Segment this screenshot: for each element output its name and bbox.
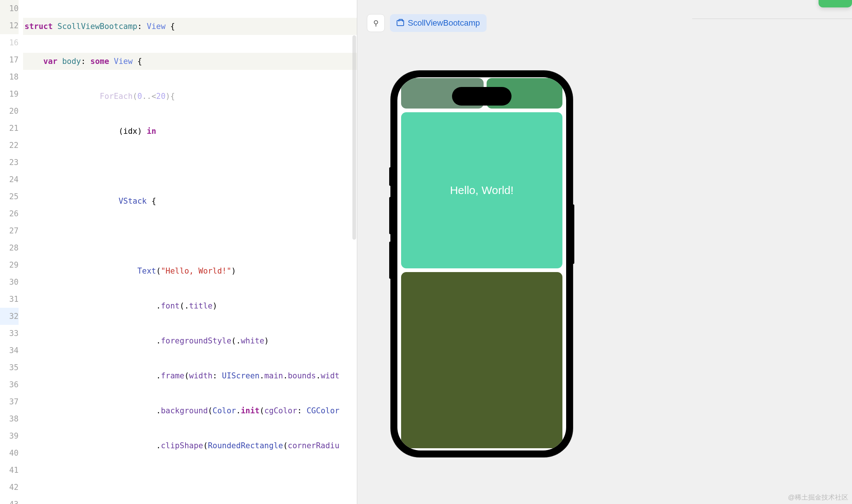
- watermark: @稀土掘金技术社区: [788, 493, 848, 502]
- phone-side-button: [389, 167, 391, 186]
- line-gutter: 10 12 16 17 18 19 20 21 22 23 24 25 26 2…: [0, 0, 23, 504]
- vertical-scrollbar[interactable]: [352, 35, 356, 240]
- app-content[interactable]: Hello, World!: [397, 77, 566, 450]
- device-frame: Hello, World!: [391, 71, 573, 457]
- preview-toolbar: ⚲ ScollViewBootcamp: [357, 0, 852, 35]
- pin-button[interactable]: ⚲: [367, 14, 385, 32]
- phone-volume-down: [389, 242, 391, 279]
- struct-icon: [397, 20, 404, 26]
- code-editor[interactable]: 10 12 16 17 18 19 20 21 22 23 24 25 26 2…: [0, 0, 357, 504]
- preview-selector-chip[interactable]: ScollViewBootcamp: [390, 14, 487, 32]
- hello-world-text: Hello, World!: [450, 184, 513, 197]
- hello-world-card[interactable]: Hello, World!: [401, 112, 562, 268]
- device-screen[interactable]: Hello, World!: [397, 77, 566, 450]
- dark-rectangle-card[interactable]: [401, 272, 562, 448]
- pin-icon: ⚲: [373, 19, 379, 28]
- phone-power-button: [572, 204, 574, 264]
- preview-canvas[interactable]: ⚲ ScollViewBootcamp Hello, World!: [357, 0, 852, 504]
- preview-chip-label: ScollViewBootcamp: [408, 18, 480, 28]
- phone-volume-up: [389, 197, 391, 234]
- dynamic-island: [452, 87, 511, 106]
- code-content[interactable]: struct ScollViewBootcamp: View { var bod…: [23, 0, 357, 504]
